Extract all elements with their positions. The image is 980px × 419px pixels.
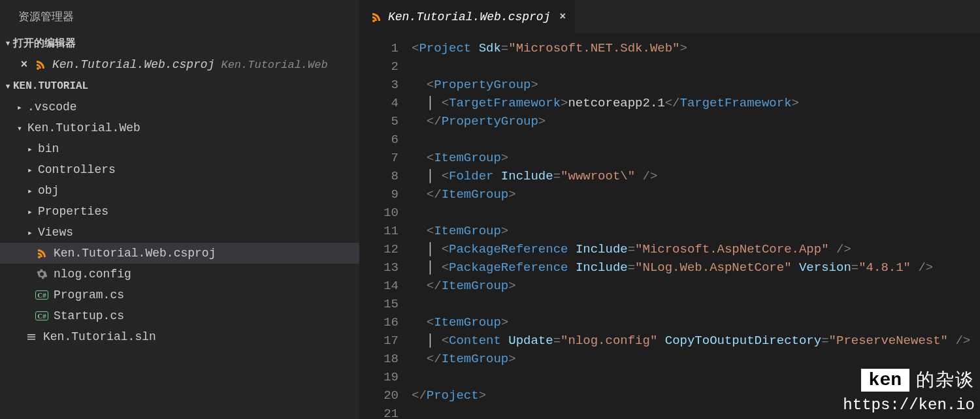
- chevron-down-icon: ▾: [3, 80, 13, 93]
- tab-csproj[interactable]: Ken.Tutorial.Web.csproj ×: [359, 0, 575, 33]
- code-line[interactable]: </ItemGroup>: [412, 350, 980, 368]
- line-number: 7: [359, 149, 399, 167]
- code-line[interactable]: <Project Sdk="Microsoft.NET.Sdk.Web">: [412, 39, 980, 57]
- svg-rect-0: [27, 334, 35, 335]
- tree-item-label: Program.cs: [54, 288, 124, 302]
- code-line[interactable]: </ItemGroup>: [412, 277, 980, 295]
- tree-item[interactable]: C#Program.cs: [0, 285, 359, 305]
- code-line[interactable]: │ <PackageReference Include="Microsoft.A…: [412, 240, 980, 258]
- tree-item[interactable]: Ken.Tutorial.sln: [0, 326, 359, 347]
- tree-item[interactable]: Ken.Tutorial.Web.csproj: [0, 243, 359, 264]
- watermark-subtitle: 的杂谈: [916, 367, 975, 392]
- file-tree: ▸.vscode▾Ken.Tutorial.Web▸bin▸Controller…: [0, 97, 359, 347]
- tree-item[interactable]: ▸Controllers: [0, 159, 359, 180]
- tree-item-label: nlog.config: [54, 268, 131, 281]
- line-number: 21: [359, 405, 399, 419]
- line-number: 16: [359, 313, 399, 332]
- code-line[interactable]: [412, 204, 980, 222]
- tree-item-label: Properties: [38, 205, 108, 218]
- tree-item[interactable]: nlog.config: [0, 264, 359, 285]
- code-line[interactable]: </PropertyGroup>: [412, 112, 980, 131]
- chevron-right-icon: ▸: [25, 185, 35, 196]
- tree-item-label: bin: [38, 142, 59, 155]
- line-number: 19: [359, 368, 399, 386]
- open-editor-item[interactable]: × Ken.Tutorial.Web.csproj Ken.Tutorial.W…: [0, 54, 359, 76]
- svg-rect-2: [27, 339, 35, 340]
- code-line[interactable]: <ItemGroup>: [412, 313, 980, 332]
- code-line[interactable]: [412, 131, 980, 149]
- workspace-name: KEN.TUTORIAL: [13, 80, 88, 92]
- line-number: 5: [359, 112, 399, 131]
- line-number: 4: [359, 94, 399, 112]
- gear-icon: [35, 269, 48, 279]
- line-number: 18: [359, 350, 399, 368]
- line-number: 11: [359, 222, 399, 240]
- chevron-right-icon: ▸: [25, 164, 35, 176]
- tree-item-label: Startup.cs: [54, 309, 124, 322]
- chevron-down-icon: ▾: [14, 123, 25, 134]
- open-editor-path: Ken.Tutorial.Web: [221, 59, 327, 71]
- tree-item-label: Views: [38, 226, 73, 239]
- chevron-right-icon: ▸: [25, 206, 35, 217]
- tree-item[interactable]: C#Startup.cs: [0, 305, 359, 326]
- file-icon: [25, 332, 38, 342]
- watermark-url: https://ken.io: [843, 396, 975, 414]
- open-editors-label: 打开的编辑器: [13, 37, 76, 50]
- cs-icon: C#: [35, 290, 48, 300]
- open-editors-section[interactable]: ▾ 打开的编辑器: [0, 33, 359, 54]
- rss-icon: [35, 248, 48, 258]
- code-content[interactable]: <Project Sdk="Microsoft.NET.Sdk.Web"> <P…: [412, 33, 980, 419]
- line-number: 3: [359, 76, 399, 94]
- chevron-right-icon: ▸: [25, 144, 35, 155]
- tree-item[interactable]: ▸bin: [0, 138, 359, 159]
- close-icon[interactable]: ×: [18, 58, 30, 71]
- tree-item[interactable]: ▸obj: [0, 180, 359, 201]
- line-number: 10: [359, 204, 399, 222]
- line-number: 20: [359, 386, 399, 405]
- code-line[interactable]: │ <PackageReference Include="NLog.Web.As…: [412, 258, 980, 277]
- line-number: 15: [359, 295, 399, 313]
- line-number: 12: [359, 240, 399, 258]
- editor-area: Ken.Tutorial.Web.csproj × 12345678910111…: [359, 0, 980, 419]
- code-line[interactable]: <ItemGroup>: [412, 149, 980, 167]
- rss-icon: [35, 58, 46, 71]
- line-number: 1: [359, 39, 399, 57]
- tab-filename: Ken.Tutorial.Web.csproj: [388, 10, 550, 23]
- workspace-section[interactable]: ▾ KEN.TUTORIAL: [0, 76, 359, 97]
- open-editor-filename: Ken.Tutorial.Web.csproj: [52, 58, 214, 71]
- explorer-title: 资源管理器: [0, 0, 359, 33]
- code-line[interactable]: │ <TargetFramework>netcoreapp2.1</Target…: [412, 94, 980, 112]
- tree-item-label: Ken.Tutorial.Web.csproj: [54, 247, 216, 260]
- line-number: 14: [359, 277, 399, 295]
- code-line[interactable]: </ItemGroup>: [412, 185, 980, 204]
- code-editor[interactable]: 123456789101112131415161718192021 <Proje…: [359, 33, 980, 419]
- svg-rect-1: [27, 337, 35, 338]
- watermark: ken 的杂谈 https://ken.io: [843, 367, 975, 414]
- tree-item[interactable]: ▸.vscode: [0, 97, 359, 117]
- watermark-name: ken: [861, 369, 909, 392]
- tree-item-label: obj: [38, 184, 59, 197]
- line-number: 9: [359, 185, 399, 204]
- tree-item[interactable]: ▸Properties: [0, 201, 359, 222]
- close-icon[interactable]: ×: [559, 11, 566, 23]
- line-number: 13: [359, 258, 399, 277]
- line-number: 6: [359, 131, 399, 149]
- tree-item-label: .vscode: [27, 101, 77, 114]
- cs-icon: C#: [35, 311, 48, 320]
- line-number-gutter: 123456789101112131415161718192021: [359, 33, 412, 419]
- code-line[interactable]: <PropertyGroup>: [412, 76, 980, 94]
- code-line[interactable]: │ <Content Update="nlog.config" CopyToOu…: [412, 332, 980, 350]
- explorer-sidebar: 资源管理器 ▾ 打开的编辑器 × Ken.Tutorial.Web.csproj…: [0, 0, 359, 419]
- tree-item-label: Ken.Tutorial.Web: [27, 121, 140, 134]
- tree-item[interactable]: ▾Ken.Tutorial.Web: [0, 117, 359, 138]
- code-line[interactable]: [412, 295, 980, 313]
- chevron-right-icon: ▸: [14, 102, 25, 113]
- tree-item[interactable]: ▸Views: [0, 222, 359, 243]
- line-number: 2: [359, 57, 399, 76]
- tree-item-label: Ken.Tutorial.sln: [43, 330, 156, 343]
- code-line[interactable]: [412, 57, 980, 76]
- chevron-down-icon: ▾: [3, 37, 13, 50]
- rss-icon: [371, 10, 382, 23]
- code-line[interactable]: │ <Folder Include="wwwroot\" />: [412, 167, 980, 185]
- code-line[interactable]: <ItemGroup>: [412, 222, 980, 240]
